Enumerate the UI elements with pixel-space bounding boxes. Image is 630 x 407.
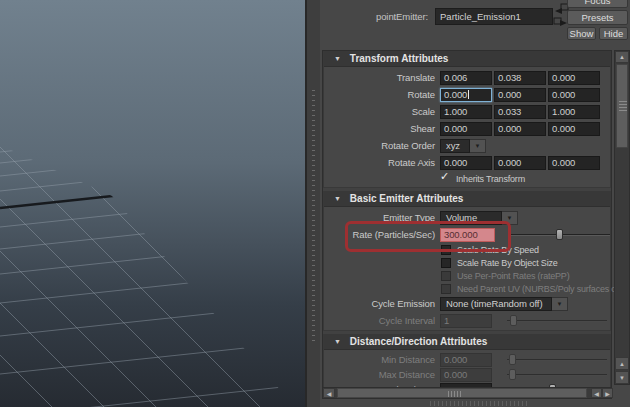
rotate-axis-row: Rotate Axis 0.000 0.000 0.000	[324, 154, 610, 171]
panel-divider[interactable]	[305, 0, 320, 407]
thumb-grip-dots	[448, 391, 462, 397]
hide-button[interactable]: Hide	[599, 27, 628, 40]
attribute-editor-header: pointEmitter: Focus Presets Show Hide	[320, 0, 630, 50]
section-title: Basic Emitter Attributes	[350, 193, 464, 204]
scale-z-field[interactable]: 1.000	[548, 105, 600, 119]
scroll-down-button[interactable]: ▼	[615, 371, 629, 384]
text-cursor	[468, 90, 469, 99]
rotate-z-field[interactable]: 0.000	[548, 88, 600, 102]
emitter-type-row: Emitter Type Volume ▼	[324, 209, 610, 226]
section-title: Distance/Direction Attributes	[350, 336, 487, 347]
rate-row: Rate (Particles/Sec) 300.000	[324, 226, 610, 243]
use-per-point-rates-checkbox	[441, 271, 451, 281]
rotate-axis-y-field[interactable]: 0.000	[494, 156, 546, 170]
panel-resize-grip[interactable]	[430, 401, 530, 406]
node-type-label: pointEmitter:	[376, 11, 428, 22]
collapse-triangle-icon: ▼	[334, 195, 341, 202]
cycle-interval-row: Cycle Interval 1	[324, 312, 610, 329]
shear-z-field[interactable]: 0.000	[548, 122, 600, 136]
section-basic-emitter-attributes: ▼ Basic Emitter Attributes Emitter Type …	[323, 191, 611, 331]
node-name-input[interactable]	[435, 8, 553, 25]
use-per-point-rates-row: Use Per-Point Rates (ratePP)	[324, 269, 610, 282]
rotate-axis-x-field[interactable]: 0.000	[440, 156, 492, 170]
chevron-down-icon[interactable]: ▼	[502, 211, 518, 225]
min-distance-field: 0.000	[440, 353, 492, 367]
need-parent-uv-row: Need Parent UV (NURBS/Poly surfaces only…	[324, 282, 610, 295]
scale-row: Scale 1.000 0.033 1.000	[324, 103, 610, 120]
rotate-x-field[interactable]: 0.000	[440, 88, 492, 102]
scale-y-field[interactable]: 0.033	[494, 105, 546, 119]
viewport-3d[interactable]	[0, 0, 305, 407]
shear-x-field[interactable]: 0.000	[440, 122, 492, 136]
scale-rate-by-speed-row: Scale Rate By Speed	[324, 243, 610, 256]
translate-y-field[interactable]: 0.038	[494, 71, 546, 85]
show-button[interactable]: Show	[567, 27, 596, 40]
max-distance-row: Max Distance 0.000	[324, 367, 610, 382]
divider-grip-dots	[312, 90, 315, 345]
vertical-scrollbar[interactable]: ▲ ▲ ▼	[614, 50, 630, 385]
cycle-interval-field: 1	[440, 314, 492, 328]
scale-rate-by-object-size-checkbox[interactable]	[441, 258, 451, 268]
viewport-grid	[0, 0, 305, 407]
checkmark-icon: ✓	[440, 170, 449, 183]
attribute-editor: pointEmitter: Focus Presets Show Hide	[320, 0, 630, 407]
scroll-left-button-right[interactable]: ◀	[591, 388, 602, 398]
max-distance-field: 0.000	[440, 368, 492, 382]
maya-window: pointEmitter: Focus Presets Show Hide	[0, 0, 630, 407]
min-distance-row: Min Distance 0.000	[324, 352, 610, 367]
focus-button[interactable]: Focus	[567, 0, 628, 8]
rotate-order-dropdown[interactable]: xyz ▼	[440, 139, 486, 153]
inherits-transform-checkbox[interactable]: ✓	[440, 174, 450, 184]
transform-section-header[interactable]: ▼ Transform Attributes	[324, 51, 610, 67]
rate-field[interactable]: 300.000	[440, 228, 495, 242]
scroll-up-button[interactable]: ▲	[615, 51, 629, 63]
collapse-triangle-icon: ▼	[334, 55, 341, 62]
scale-rate-by-object-size-row: Scale Rate By Object Size	[324, 256, 610, 269]
collapse-triangle-icon: ▼	[334, 338, 341, 345]
scroll-up-button-bottom[interactable]: ▲	[615, 357, 629, 370]
attributes-scroll-area: ▼ Transform Attributes Translate 0.006 0…	[322, 50, 612, 398]
section-transform-attributes: ▼ Transform Attributes Translate 0.006 0…	[323, 51, 611, 188]
horizontal-scrollbar-thumb[interactable]	[337, 388, 587, 398]
chevron-down-icon[interactable]: ▼	[552, 297, 568, 311]
thumb-grip-dots	[619, 101, 627, 113]
cycle-interval-slider	[507, 314, 607, 327]
cycle-emission-row: Cycle Emission None (timeRandom off) ▼	[324, 295, 610, 312]
chevron-down-icon[interactable]: ▼	[470, 139, 486, 153]
cycle-emission-dropdown[interactable]: None (timeRandom off) ▼	[440, 297, 568, 311]
shear-row: Shear 0.000 0.000 0.000	[324, 120, 610, 137]
scale-rate-by-speed-checkbox[interactable]	[441, 245, 451, 255]
shear-y-field[interactable]: 0.000	[494, 122, 546, 136]
rate-slider[interactable]	[510, 228, 610, 241]
horizontal-scrollbar[interactable]: ◀ ◀ ▶	[322, 387, 612, 399]
translate-row: Translate 0.006 0.038 0.000	[324, 69, 610, 86]
scale-x-field[interactable]: 1.000	[440, 105, 492, 119]
distance-direction-section-header[interactable]: ▼ Distance/Direction Attributes	[324, 334, 610, 350]
rotate-y-field[interactable]: 0.000	[494, 88, 546, 102]
presets-button[interactable]: Presets	[567, 10, 628, 25]
rotate-axis-z-field[interactable]: 0.000	[548, 156, 600, 170]
scroll-right-button[interactable]: ▶	[602, 388, 613, 398]
min-distance-slider	[507, 353, 607, 366]
scroll-left-button[interactable]: ◀	[323, 388, 335, 398]
emitter-type-dropdown[interactable]: Volume ▼	[440, 211, 518, 225]
rotate-row: Rotate 0.000 0.000 0.000	[324, 86, 610, 103]
inherits-transform-row: ✓ Inherits Transform	[324, 171, 610, 186]
section-title: Transform Attributes	[350, 53, 449, 64]
translate-x-field[interactable]: 0.006	[440, 71, 492, 85]
rotate-order-row: Rotate Order xyz ▼	[324, 137, 610, 154]
need-parent-uv-checkbox	[441, 284, 451, 294]
max-distance-slider	[507, 368, 607, 381]
vertical-scrollbar-thumb[interactable]	[616, 64, 628, 148]
basic-emitter-section-header[interactable]: ▼ Basic Emitter Attributes	[324, 191, 610, 207]
translate-z-field[interactable]: 0.000	[548, 71, 600, 85]
